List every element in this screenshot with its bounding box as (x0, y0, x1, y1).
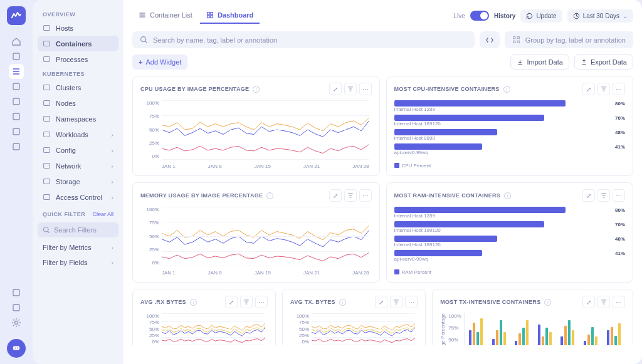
app-logo[interactable] (7, 6, 26, 25)
card-title: AVG .RX BYTES (140, 299, 186, 305)
filter-by-fields[interactable]: Filter by Fields› (38, 255, 118, 270)
stack-icon[interactable] (9, 49, 24, 64)
card-tx_intensive: MOST TX-INTENSIVE CONTAINERSi⤢⋯Usage Per… (432, 289, 633, 345)
info-icon[interactable]: i (190, 299, 197, 306)
expand-icon[interactable]: ⤢ (329, 83, 342, 95)
more-icon[interactable]: ⋯ (613, 189, 625, 202)
search-filters-input[interactable]: Search Filters (38, 222, 118, 237)
more-icon[interactable]: ⋯ (613, 83, 625, 95)
sidebar-item-nodes[interactable]: Nodes (38, 95, 118, 111)
line-chart: 100%75%50%25%0%JAN 1JAN 8JAN 15JAN 21JAN… (140, 100, 372, 169)
svg-rect-5 (13, 98, 19, 105)
chevron-right-icon: › (111, 162, 113, 170)
icon-rail (0, 0, 33, 364)
sidebar-item-processes[interactable]: Processes (38, 51, 118, 67)
sidebar-item-workloads[interactable]: Workloads› (38, 127, 118, 142)
svg-rect-33 (207, 16, 209, 18)
tree-icon[interactable] (9, 109, 24, 124)
tab-dashboard[interactable]: Dashboard (200, 8, 260, 24)
info-icon[interactable]: i (504, 192, 511, 199)
date-range-button[interactable]: Last 30 Days ⌄ (567, 9, 633, 23)
expand-icon[interactable]: ⤢ (582, 296, 595, 308)
group-by-input[interactable]: Group by tag, label or annotation (505, 31, 633, 48)
svg-rect-6 (13, 113, 19, 120)
clipboard-icon[interactable] (9, 139, 24, 154)
more-icon[interactable]: ⋯ (359, 189, 372, 202)
svg-rect-24 (44, 179, 50, 184)
import-data-button[interactable]: Import Data (510, 55, 569, 70)
robot-icon[interactable] (9, 124, 24, 139)
file-icon[interactable] (9, 79, 24, 94)
info-icon[interactable]: i (266, 192, 273, 199)
main-content: Container List Dashboard Live History Up… (124, 0, 642, 364)
card-title: CPU USAGE BY IMAGE PERCENTAGE (140, 86, 249, 92)
clear-all-link[interactable]: Clear All (92, 211, 113, 217)
svg-rect-15 (44, 25, 50, 30)
sidebar-item-containers[interactable]: Containers (38, 36, 118, 51)
expand-icon[interactable]: ⤢ (582, 83, 595, 95)
expand-icon[interactable]: ⤢ (225, 296, 238, 308)
info-icon[interactable]: i (544, 299, 551, 306)
sidebar-item-config[interactable]: Config› (38, 142, 118, 158)
gear-icon[interactable] (9, 315, 24, 330)
more-icon[interactable]: ⋯ (405, 296, 418, 308)
svg-rect-32 (211, 13, 213, 15)
chat-icon[interactable] (7, 339, 26, 358)
filter-icon[interactable] (597, 189, 610, 202)
sidebar-item-hosts[interactable]: Hosts (38, 20, 118, 36)
filter-icon[interactable] (597, 296, 610, 308)
sidebar-item-network[interactable]: Network› (38, 158, 118, 174)
line-chart: 100%75%50%25%0% (140, 313, 268, 345)
list-icon[interactable] (9, 64, 24, 79)
info-icon[interactable]: i (339, 299, 346, 306)
search-input[interactable]: Search by name, tag, label or annotation (132, 31, 475, 48)
horizontal-bar-chart: 80%Internal Host 128970%Internal Host 18… (394, 100, 626, 169)
sidebar-item-access-control[interactable]: Access Control› (38, 189, 118, 205)
filter-icon[interactable] (390, 296, 403, 308)
svg-rect-31 (207, 13, 209, 15)
card-avg_rx: AVG .RX BYTESi⤢⋯100%75%50%25%0% (132, 289, 276, 345)
card-cpu_usage: CPU USAGE BY IMAGE PERCENTAGEi⤢⋯100%75%5… (132, 76, 380, 176)
svg-rect-16 (44, 41, 50, 46)
export-data-button[interactable]: Export Data (574, 55, 633, 70)
more-icon[interactable]: ⋯ (359, 83, 372, 95)
chevron-right-icon: › (111, 131, 113, 138)
filter-icon[interactable] (240, 296, 253, 308)
add-widget-button[interactable]: +Add Widget (132, 55, 187, 70)
sidebar-item-storage[interactable]: Storage› (38, 174, 118, 189)
svg-point-14 (17, 348, 18, 349)
filter-icon[interactable] (597, 83, 610, 95)
more-icon[interactable]: ⋯ (613, 296, 625, 308)
expand-icon[interactable]: ⤢ (582, 189, 595, 202)
svg-rect-40 (517, 37, 519, 39)
update-button[interactable]: Update (520, 9, 562, 23)
card-avg_tx: AVG TX. BYTESi⤢⋯100%75%50%25%0% (282, 289, 426, 345)
filter-by-metrics[interactable]: Filter by Metrics› (38, 240, 118, 255)
expand-icon[interactable]: ⤢ (329, 189, 342, 202)
svg-rect-0 (13, 53, 19, 60)
filter-icon[interactable] (344, 189, 357, 202)
card-title: AVG TX. BYTES (290, 299, 335, 305)
sidebar-item-namespaces[interactable]: Namespaces (38, 111, 118, 127)
svg-rect-9 (13, 289, 19, 296)
info-icon[interactable]: i (503, 86, 510, 93)
card-ram_intensive: MOST RAM-INTENSIVE CONTAINERSi⤢⋯80%Inter… (386, 182, 634, 283)
expand-icon[interactable]: ⤢ (375, 296, 387, 308)
home-icon[interactable] (9, 34, 24, 49)
filter-icon[interactable] (344, 83, 357, 95)
code-button[interactable] (480, 31, 500, 48)
more-icon[interactable]: ⋯ (255, 296, 268, 308)
tab-container-list[interactable]: Container List (132, 8, 199, 24)
svg-rect-4 (13, 83, 19, 90)
sidebar-item-clusters[interactable]: Clusters (38, 80, 118, 95)
cube-icon[interactable] (9, 300, 24, 315)
live-history-toggle[interactable] (470, 11, 489, 21)
card-mem_usage: MEMORY USAGE BY IMAGE PERCENTAGEi⤢⋯100%7… (132, 182, 380, 283)
info-icon[interactable]: i (253, 86, 260, 93)
card-title: MOST RAM-INTENSIVE CONTAINERS (394, 192, 501, 199)
headset-icon[interactable] (9, 285, 24, 300)
bell-icon[interactable] (9, 94, 24, 109)
svg-point-13 (14, 348, 16, 349)
grouped-bar-chart: Usage Percentage100%75%50%25% (440, 313, 625, 345)
svg-point-36 (141, 37, 146, 42)
